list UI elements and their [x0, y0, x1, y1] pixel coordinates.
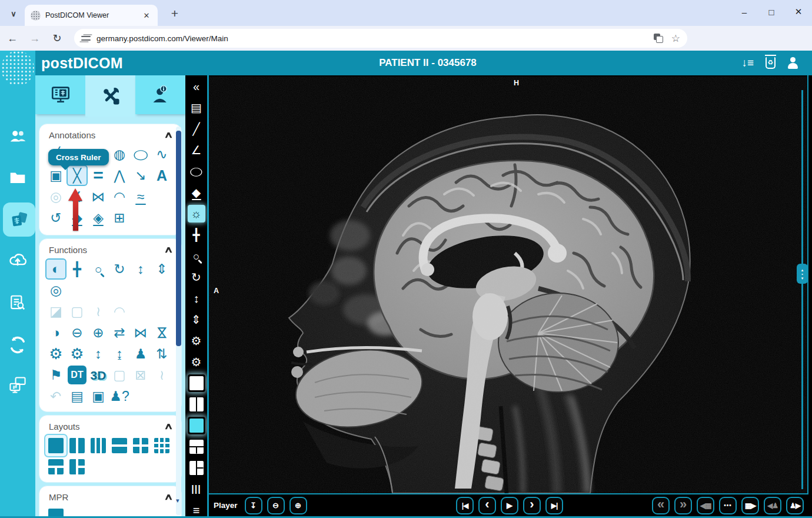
rail-item-users[interactable]: [0, 121, 35, 152]
previous-image-button[interactable]: ‹: [478, 497, 496, 514]
layout-1-top-2-bottom[interactable]: [45, 456, 66, 477]
double-line-tool[interactable]: =: [88, 165, 109, 186]
freehand-tool[interactable]: ∿: [151, 144, 172, 165]
sort-images-tool[interactable]: ⇅: [151, 343, 172, 364]
cine-stack-button[interactable]: ⇕: [188, 311, 205, 328]
layout-previous-button[interactable]: ◀▦: [697, 497, 714, 514]
reset-transform-button[interactable]: ⚙: [188, 332, 205, 350]
four-point-angle-tool[interactable]: ⋈: [88, 186, 109, 207]
probe-tool[interactable]: ≀: [151, 364, 172, 386]
arrow-tool[interactable]: ↘: [130, 165, 151, 186]
play-button[interactable]: ▶: [501, 497, 518, 514]
layout-rows-button[interactable]: ≡: [188, 502, 205, 518]
collapse-chevron-icon[interactable]: ∧: [164, 130, 173, 140]
forward-button[interactable]: →: [25, 28, 45, 48]
scroll-stack-tool[interactable]: ↕: [130, 258, 151, 280]
layout-3x3[interactable]: [151, 435, 172, 456]
query-patient-tool[interactable]: ♟?: [109, 386, 130, 407]
rail-item-remote-devices[interactable]: [0, 370, 35, 400]
panel-scrollbar-thumb[interactable]: [176, 131, 181, 346]
rotate-button[interactable]: ↻: [188, 268, 205, 286]
layout-1-top-2-bottom-button[interactable]: [188, 438, 205, 456]
save-annotation-tool[interactable]: ⊞: [109, 207, 130, 228]
region-select-tool[interactable]: ▢: [66, 301, 88, 322]
report-button[interactable]: ▤: [188, 99, 205, 117]
translate-icon[interactable]: [654, 34, 663, 43]
collapse-panel-button[interactable]: «: [188, 78, 205, 95]
clear-box-tool[interactable]: ⊠: [130, 364, 151, 386]
rail-item-query-list[interactable]: [0, 287, 35, 318]
hatched-ellipse-tool[interactable]: ◍: [109, 144, 130, 165]
rail-item-image-viewer[interactable]: [3, 202, 35, 237]
tag-tool[interactable]: ⚑: [45, 364, 66, 386]
tab-tools[interactable]: [85, 75, 135, 117]
image-viewport[interactable]: H A ▴ • ▾: [209, 75, 808, 494]
account-icon[interactable]: [787, 57, 799, 69]
scroll-stack-button[interactable]: ↕: [188, 290, 205, 307]
layouts-header[interactable]: Layouts ∧: [39, 416, 181, 433]
sort-download-icon[interactable]: ↓≡: [741, 54, 754, 72]
point-tool[interactable]: ◎: [45, 186, 66, 207]
patient-previous-button[interactable]: ◀♟: [764, 497, 781, 514]
rotate-tool[interactable]: ↻: [109, 258, 130, 280]
export-image-tool[interactable]: ▤: [66, 386, 88, 407]
pan-button[interactable]: ╋: [188, 226, 205, 244]
save-image-tool[interactable]: ▣: [88, 386, 109, 407]
reset-transform-tool[interactable]: ⚙: [45, 343, 66, 364]
url-bar[interactable]: germany.postdicom.com/Viewer/Main ☆: [74, 29, 687, 48]
layout-next-button[interactable]: ▦▶: [741, 497, 759, 514]
new-tab-button[interactable]: +: [166, 5, 184, 22]
zoom-tool[interactable]: ○: [88, 258, 109, 280]
collapse-chevron-icon[interactable]: ∧: [164, 421, 173, 431]
layout-1x3[interactable]: [88, 435, 109, 456]
bookmark-star-icon[interactable]: ☆: [671, 32, 680, 45]
invert-tool[interactable]: ◑: [45, 322, 66, 343]
next-series-button[interactable]: »: [674, 497, 692, 514]
image-scroll-handle[interactable]: ▴ • ▾: [797, 264, 808, 284]
url-text[interactable]: germany.postdicom.com/Viewer/Main: [96, 34, 648, 43]
minimize-button[interactable]: –: [731, 0, 758, 24]
reset-window-level-tool[interactable]: ⚙: [66, 343, 88, 364]
collapse-chevron-icon[interactable]: ∧: [164, 492, 173, 502]
select-box-tool[interactable]: ▢: [109, 364, 130, 386]
tab-study-viewer[interactable]: [35, 75, 85, 114]
back-button[interactable]: ←: [2, 28, 22, 48]
maximize-button[interactable]: □: [758, 0, 785, 24]
rail-item-folders[interactable]: [0, 162, 35, 193]
tab-search-button[interactable]: ∨: [6, 6, 21, 21]
freehand-region-tool[interactable]: ◠: [109, 301, 130, 322]
mirror-horizontal-tool[interactable]: ⋈: [130, 322, 151, 343]
flip-horizontal-tool[interactable]: ⇄: [109, 322, 130, 343]
patient-orientation-tool[interactable]: ♟: [130, 343, 151, 364]
ellipse-button[interactable]: ◯: [188, 162, 205, 180]
collapse-vertical-tool[interactable]: ↨: [109, 343, 130, 364]
angle-button[interactable]: ∠: [188, 141, 205, 159]
eraser-button[interactable]: ◆: [188, 184, 205, 201]
reload-button[interactable]: ↻: [47, 28, 67, 48]
window-level-button[interactable]: ☼: [188, 205, 205, 223]
more-options-button[interactable]: •••: [719, 497, 737, 514]
annotations-header[interactable]: Annotations ∧: [39, 124, 181, 141]
cine-stack-tool[interactable]: ⇕: [151, 258, 172, 280]
text-tool[interactable]: A: [151, 165, 172, 186]
mirror-vertical-tool[interactable]: ⋈: [151, 322, 172, 343]
site-settings-icon[interactable]: [81, 34, 91, 42]
zoom-button[interactable]: ○: [188, 247, 205, 265]
first-image-button[interactable]: |◀: [456, 497, 474, 514]
undo-function-tool[interactable]: ↶: [45, 386, 66, 407]
previous-series-button[interactable]: «: [652, 497, 670, 514]
expand-vertical-tool[interactable]: ↕: [88, 343, 109, 364]
next-image-button[interactable]: ›: [523, 497, 541, 514]
volume-3d-tool[interactable]: 3D: [88, 364, 109, 386]
reset-window-level-button[interactable]: ⚙: [188, 353, 205, 371]
rail-item-sync[interactable]: [0, 330, 35, 360]
polyline-tool[interactable]: ⋀: [109, 165, 130, 186]
bone-tool[interactable]: ≀: [88, 301, 109, 322]
eraser-tool[interactable]: ◈: [88, 207, 109, 228]
trash-icon[interactable]: ♻: [766, 57, 776, 69]
ellipse-tool[interactable]: ◯: [130, 144, 151, 165]
layout-1x2-button[interactable]: [188, 396, 205, 413]
speed-down-button[interactable]: ⊖: [267, 497, 285, 514]
mri-sagittal-image[interactable]: [209, 77, 807, 493]
undo-annotation-tool[interactable]: ↺: [45, 207, 66, 228]
